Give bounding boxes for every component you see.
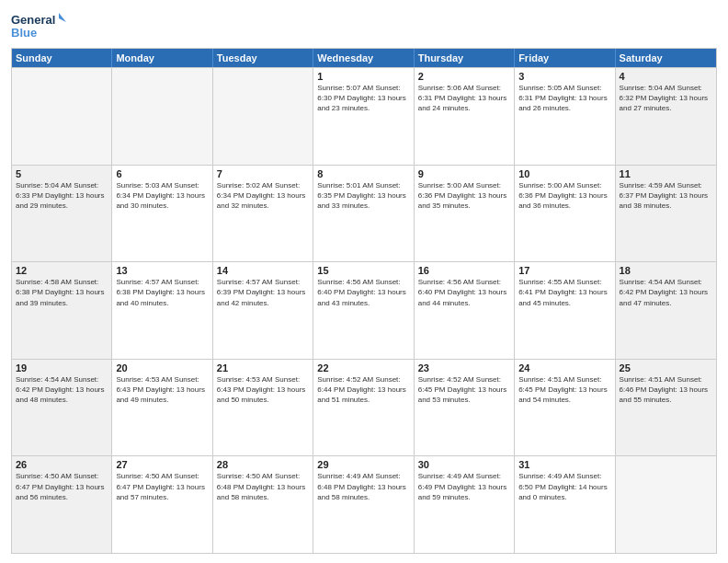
calendar-cell: 20Sunrise: 4:53 AM Sunset: 6:43 PM Dayli… (112, 360, 212, 456)
day-info: Sunrise: 4:57 AM Sunset: 6:39 PM Dayligh… (217, 277, 309, 308)
svg-text:General: General (11, 13, 55, 27)
day-info: Sunrise: 4:56 AM Sunset: 6:40 PM Dayligh… (418, 277, 510, 308)
logo: General Blue (11, 9, 66, 42)
page: General Blue SundayMondayTuesdayWednesda… (0, 0, 728, 563)
calendar-cell: 10Sunrise: 5:00 AM Sunset: 6:36 PM Dayli… (515, 166, 615, 262)
day-number: 17 (518, 265, 610, 276)
day-number: 14 (217, 265, 309, 276)
day-number: 1 (317, 71, 409, 82)
calendar-cell (112, 68, 212, 165)
calendar-cell: 6Sunrise: 5:03 AM Sunset: 6:34 PM Daylig… (112, 166, 212, 262)
calendar-row: 12Sunrise: 4:58 AM Sunset: 6:38 PM Dayli… (12, 261, 716, 359)
day-info: Sunrise: 5:04 AM Sunset: 6:32 PM Dayligh… (620, 83, 712, 114)
calendar-body: 1Sunrise: 5:07 AM Sunset: 6:30 PM Daylig… (12, 67, 716, 553)
day-number: 4 (620, 71, 712, 82)
calendar-cell: 1Sunrise: 5:07 AM Sunset: 6:30 PM Daylig… (313, 68, 414, 165)
calendar-cell: 2Sunrise: 5:06 AM Sunset: 6:31 PM Daylig… (415, 68, 515, 165)
day-info: Sunrise: 4:51 AM Sunset: 6:46 PM Dayligh… (620, 374, 712, 406)
calendar-cell: 21Sunrise: 4:53 AM Sunset: 6:43 PM Dayli… (213, 360, 313, 456)
calendar-cell: 17Sunrise: 4:55 AM Sunset: 6:41 PM Dayli… (515, 262, 615, 359)
day-number: 3 (518, 71, 610, 82)
day-number: 21 (217, 362, 309, 373)
day-number: 12 (16, 265, 108, 276)
calendar-cell: 7Sunrise: 5:02 AM Sunset: 6:34 PM Daylig… (213, 166, 313, 262)
day-info: Sunrise: 4:56 AM Sunset: 6:40 PM Dayligh… (317, 277, 409, 308)
day-info: Sunrise: 4:53 AM Sunset: 6:43 PM Dayligh… (217, 374, 309, 406)
calendar-row: 5Sunrise: 5:04 AM Sunset: 6:33 PM Daylig… (12, 165, 716, 262)
day-number: 18 (620, 265, 712, 276)
calendar-cell: 14Sunrise: 4:57 AM Sunset: 6:39 PM Dayli… (213, 262, 313, 359)
day-number: 24 (518, 362, 610, 373)
day-number: 31 (518, 459, 610, 470)
calendar-cell: 29Sunrise: 4:49 AM Sunset: 6:48 PM Dayli… (313, 456, 414, 553)
calendar-row: 1Sunrise: 5:07 AM Sunset: 6:30 PM Daylig… (12, 67, 716, 165)
day-info: Sunrise: 4:50 AM Sunset: 6:48 PM Dayligh… (217, 471, 309, 502)
calendar-cell: 4Sunrise: 5:04 AM Sunset: 6:32 PM Daylig… (616, 68, 716, 165)
calendar-header-cell: Saturday (616, 49, 716, 67)
calendar-cell: 8Sunrise: 5:01 AM Sunset: 6:35 PM Daylig… (313, 166, 414, 262)
day-info: Sunrise: 5:07 AM Sunset: 6:30 PM Dayligh… (317, 83, 409, 114)
day-number: 11 (620, 168, 712, 179)
day-number: 25 (620, 362, 712, 373)
day-info: Sunrise: 4:49 AM Sunset: 6:50 PM Dayligh… (518, 471, 610, 502)
day-number: 27 (116, 459, 208, 470)
day-info: Sunrise: 4:54 AM Sunset: 6:42 PM Dayligh… (16, 374, 108, 406)
day-info: Sunrise: 4:57 AM Sunset: 6:38 PM Dayligh… (116, 277, 208, 308)
calendar-cell: 19Sunrise: 4:54 AM Sunset: 6:42 PM Dayli… (12, 360, 112, 456)
day-number: 2 (418, 71, 510, 82)
calendar-header-cell: Sunday (12, 49, 112, 67)
calendar-header-cell: Monday (112, 49, 212, 67)
calendar-header-cell: Thursday (415, 49, 515, 67)
day-info: Sunrise: 5:02 AM Sunset: 6:34 PM Dayligh… (217, 180, 309, 212)
day-number: 29 (317, 459, 409, 470)
calendar-cell: 22Sunrise: 4:52 AM Sunset: 6:44 PM Dayli… (313, 360, 414, 456)
day-info: Sunrise: 4:58 AM Sunset: 6:38 PM Dayligh… (16, 277, 108, 308)
calendar-cell: 28Sunrise: 4:50 AM Sunset: 6:48 PM Dayli… (213, 456, 313, 553)
svg-text:Blue: Blue (11, 26, 37, 40)
calendar-cell: 27Sunrise: 4:50 AM Sunset: 6:47 PM Dayli… (112, 456, 212, 553)
calendar-cell: 12Sunrise: 4:58 AM Sunset: 6:38 PM Dayli… (12, 262, 112, 359)
calendar-cell: 31Sunrise: 4:49 AM Sunset: 6:50 PM Dayli… (515, 456, 615, 553)
day-info: Sunrise: 4:50 AM Sunset: 6:47 PM Dayligh… (16, 471, 108, 502)
day-info: Sunrise: 4:52 AM Sunset: 6:45 PM Dayligh… (418, 374, 510, 406)
calendar-header: SundayMondayTuesdayWednesdayThursdayFrid… (12, 49, 716, 67)
day-number: 10 (518, 168, 610, 179)
day-info: Sunrise: 4:49 AM Sunset: 6:49 PM Dayligh… (418, 471, 510, 502)
day-info: Sunrise: 4:52 AM Sunset: 6:44 PM Dayligh… (317, 374, 409, 406)
day-number: 6 (116, 168, 208, 179)
logo-svg: General Blue (11, 9, 66, 42)
day-info: Sunrise: 4:53 AM Sunset: 6:43 PM Dayligh… (116, 374, 208, 406)
day-number: 13 (116, 265, 208, 276)
calendar-header-cell: Wednesday (313, 49, 414, 67)
day-number: 9 (418, 168, 510, 179)
calendar-header-cell: Tuesday (213, 49, 313, 67)
day-number: 23 (418, 362, 510, 373)
day-number: 28 (217, 459, 309, 470)
day-number: 20 (116, 362, 208, 373)
day-info: Sunrise: 4:54 AM Sunset: 6:42 PM Dayligh… (620, 277, 712, 308)
calendar-cell (616, 456, 716, 553)
day-info: Sunrise: 4:49 AM Sunset: 6:48 PM Dayligh… (317, 471, 409, 502)
calendar: SundayMondayTuesdayWednesdayThursdayFrid… (11, 48, 717, 554)
svg-marker-2 (59, 13, 66, 22)
calendar-cell: 25Sunrise: 4:51 AM Sunset: 6:46 PM Dayli… (616, 360, 716, 456)
calendar-cell: 3Sunrise: 5:05 AM Sunset: 6:31 PM Daylig… (515, 68, 615, 165)
day-info: Sunrise: 5:00 AM Sunset: 6:36 PM Dayligh… (518, 180, 610, 212)
header: General Blue (11, 9, 717, 42)
day-info: Sunrise: 4:55 AM Sunset: 6:41 PM Dayligh… (518, 277, 610, 308)
calendar-cell: 18Sunrise: 4:54 AM Sunset: 6:42 PM Dayli… (616, 262, 716, 359)
calendar-cell: 11Sunrise: 4:59 AM Sunset: 6:37 PM Dayli… (616, 166, 716, 262)
day-number: 15 (317, 265, 409, 276)
day-number: 26 (16, 459, 108, 470)
calendar-cell: 9Sunrise: 5:00 AM Sunset: 6:36 PM Daylig… (415, 166, 515, 262)
day-number: 8 (317, 168, 409, 179)
calendar-cell: 16Sunrise: 4:56 AM Sunset: 6:40 PM Dayli… (415, 262, 515, 359)
calendar-cell (213, 68, 313, 165)
day-info: Sunrise: 4:51 AM Sunset: 6:45 PM Dayligh… (518, 374, 610, 406)
day-info: Sunrise: 4:59 AM Sunset: 6:37 PM Dayligh… (620, 180, 712, 212)
day-info: Sunrise: 4:50 AM Sunset: 6:47 PM Dayligh… (116, 471, 208, 502)
day-number: 16 (418, 265, 510, 276)
day-number: 30 (418, 459, 510, 470)
day-number: 5 (16, 168, 108, 179)
day-info: Sunrise: 5:05 AM Sunset: 6:31 PM Dayligh… (518, 83, 610, 114)
